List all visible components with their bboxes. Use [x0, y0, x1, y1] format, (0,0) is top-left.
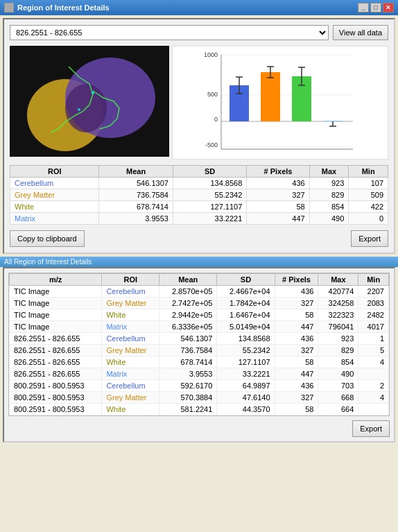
- export-button[interactable]: Export: [351, 230, 388, 247]
- all-mz: TIC Image: [10, 321, 102, 333]
- roi-name: Grey Matter: [10, 189, 99, 201]
- table-row: Matrix 3.9553 33.2221 447 490 0: [10, 213, 388, 225]
- roi-max: 490: [309, 213, 349, 225]
- all-col-header: Mean: [159, 274, 217, 286]
- svg-text:0: 0: [214, 116, 218, 123]
- window-title: Region of Interest Details: [17, 3, 110, 12]
- range-select[interactable]: 826.2551 - 826.655800.2591 - 800.5953TIC…: [10, 25, 329, 40]
- roi-mean: 678.7414: [99, 201, 173, 213]
- second-title-bar: All Region of Interest Details: [0, 257, 398, 267]
- second-title-text: All Region of Interest Details: [4, 258, 92, 266]
- all-mean: 2.8570e+05: [159, 286, 217, 298]
- all-sd: 55.2342: [217, 345, 275, 357]
- roi-sd: 33.2221: [173, 213, 246, 225]
- list-item: 800.2591 - 800.5953 White 581.2241 44.35…: [10, 404, 389, 415]
- all-max: 664: [318, 404, 358, 415]
- all-max: 923: [318, 333, 358, 345]
- title-bar: Region of Interest Details _ □ ✕: [0, 0, 398, 15]
- all-mz: 826.2551 - 826.655: [10, 333, 102, 345]
- all-mz: TIC Image: [10, 309, 102, 321]
- all-mean: 2.7427e+05: [159, 298, 217, 309]
- roi-pixels: 58: [247, 201, 309, 213]
- all-mz: 800.2591 - 800.5953: [10, 392, 102, 404]
- buttons-row: Copy to clipboard Export: [10, 230, 388, 247]
- all-max: 854: [318, 357, 358, 368]
- all-roi: White: [102, 404, 159, 415]
- all-pixels: 58: [275, 309, 318, 321]
- bottom-export-button[interactable]: Export: [352, 420, 390, 437]
- all-mz: 826.2551 - 826.655: [10, 357, 102, 368]
- chart-area: 1000 500 0 -500: [10, 46, 388, 160]
- roi-min: 422: [349, 201, 388, 213]
- copy-clipboard-button[interactable]: Copy to clipboard: [10, 230, 85, 247]
- all-mean: 736.7584: [159, 345, 217, 357]
- all-max: 420774: [318, 286, 358, 298]
- all-mean: 570.3884: [159, 392, 217, 404]
- list-item: 826.2551 - 826.655 Matrix 3.9553 33.2221…: [10, 368, 389, 380]
- all-roi: Grey Matter: [102, 392, 159, 404]
- all-roi: White: [102, 357, 159, 368]
- all-col-header: Min: [358, 274, 389, 286]
- all-mz: 800.2591 - 800.5953: [10, 404, 102, 415]
- all-pixels: 447: [275, 368, 318, 380]
- col-min: Min: [349, 166, 388, 178]
- all-pixels: 447: [275, 321, 318, 333]
- list-item: 800.2591 - 800.5953 Grey Matter 570.3884…: [10, 392, 389, 404]
- all-min: 2: [358, 380, 389, 392]
- all-max: 703: [318, 380, 358, 392]
- all-sd: 33.2221: [217, 368, 275, 380]
- all-roi: Cerebellum: [102, 286, 159, 298]
- svg-text:500: 500: [207, 91, 218, 98]
- col-roi: ROI: [10, 166, 99, 178]
- all-mean: 581.2241: [159, 404, 217, 415]
- list-item: 800.2591 - 800.5953 Cerebellum 592.6170 …: [10, 380, 389, 392]
- all-col-header: SD: [217, 274, 275, 286]
- svg-rect-28: [323, 121, 343, 121]
- all-sd: 44.3570: [217, 404, 275, 415]
- all-roi: Cerebellum: [102, 380, 159, 392]
- top-panel: 826.2551 - 826.655800.2591 - 800.5953TIC…: [3, 18, 395, 254]
- all-mz: TIC Image: [10, 298, 102, 309]
- roi-sd: 127.1107: [173, 201, 246, 213]
- roi-name: White: [10, 201, 99, 213]
- all-roi: Matrix: [102, 368, 159, 380]
- roi-min: 509: [349, 189, 388, 201]
- all-roi: Cerebellum: [102, 333, 159, 345]
- table-row: Grey Matter 736.7584 55.2342 327 829 509: [10, 189, 388, 201]
- all-mean: 2.9442e+05: [159, 309, 217, 321]
- window-icon: [4, 3, 14, 12]
- maximize-button[interactable]: □: [370, 3, 381, 12]
- close-button[interactable]: ✕: [383, 3, 394, 12]
- table-row: Cerebellum 546.1307 134.8568 436 923 107: [10, 178, 388, 189]
- all-min: 2083: [358, 298, 389, 309]
- all-pixels: 58: [275, 404, 318, 415]
- all-col-header: # Pixels: [275, 274, 318, 286]
- all-mean: 6.3336e+05: [159, 321, 217, 333]
- list-item: 826.2551 - 826.655 Cerebellum 546.1307 1…: [10, 333, 389, 345]
- all-pixels: 58: [275, 357, 318, 368]
- all-mz: TIC Image: [10, 286, 102, 298]
- col-mean: Mean: [99, 166, 173, 178]
- all-sd: 5.0149e+04: [217, 321, 275, 333]
- roi-sd: 134.8568: [173, 178, 246, 189]
- all-mz: 826.2551 - 826.655: [10, 368, 102, 380]
- roi-table: ROI Mean SD # Pixels Max Min Cerebellum …: [10, 165, 388, 225]
- roi-min: 0: [349, 213, 388, 225]
- table-row: White 678.7414 127.1107 58 854 422: [10, 201, 388, 213]
- brain-svg: [10, 46, 169, 157]
- svg-text:1000: 1000: [204, 51, 218, 58]
- minimize-button[interactable]: _: [358, 3, 369, 12]
- bottom-export-row: Export: [8, 420, 390, 437]
- all-sd: 127.1107: [217, 357, 275, 368]
- window-controls: _ □ ✕: [358, 3, 394, 12]
- col-pixels: # Pixels: [247, 166, 309, 178]
- roi-pixels: 436: [247, 178, 309, 189]
- all-min: 2482: [358, 309, 389, 321]
- all-sd: 2.4667e+04: [217, 286, 275, 298]
- roi-mean: 736.7584: [99, 189, 173, 201]
- roi-mean: 546.1307: [99, 178, 173, 189]
- view-all-button[interactable]: View all data: [333, 25, 388, 40]
- all-mean: 592.6170: [159, 380, 217, 392]
- all-table-wrapper[interactable]: m/zROIMeanSD# PixelsMaxMin TIC Image Cer…: [8, 273, 390, 416]
- list-item: 826.2551 - 826.655 Grey Matter 736.7584 …: [10, 345, 389, 357]
